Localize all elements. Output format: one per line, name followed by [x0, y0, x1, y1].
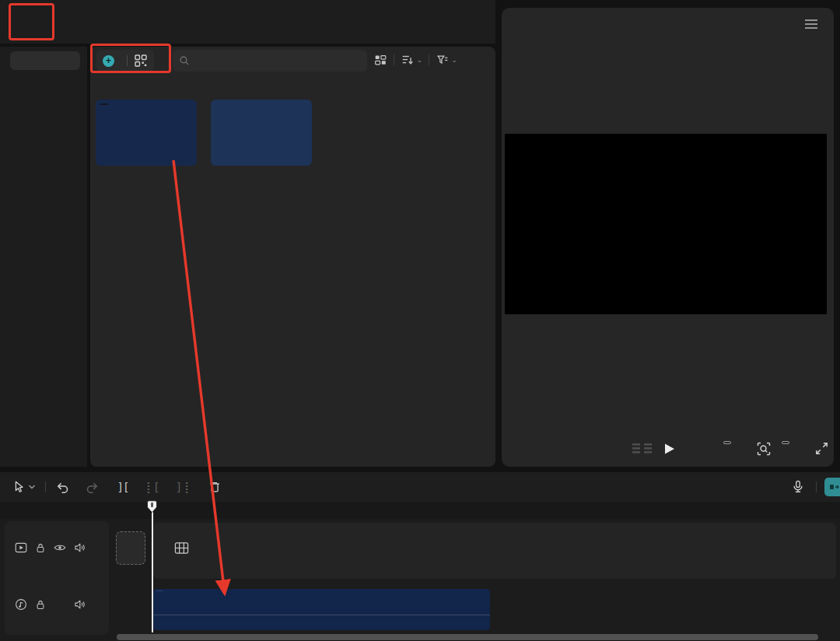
cover-button[interactable]: [116, 531, 145, 565]
speaker-icon[interactable]: [70, 599, 89, 610]
sidebar: [0, 47, 87, 467]
aspect-ratio-button[interactable]: [782, 441, 789, 444]
video-preview[interactable]: [505, 134, 827, 314]
sidebar-item-import[interactable]: [10, 51, 80, 70]
added-badge: [100, 103, 108, 105]
focus-magnifier-icon: [756, 441, 772, 457]
playhead[interactable]: [147, 500, 157, 513]
player-menu-icon[interactable]: [804, 19, 818, 30]
media-card-audio-1[interactable]: [96, 100, 197, 166]
speaker-icon[interactable]: [70, 542, 89, 553]
track-headers: [5, 521, 109, 635]
search-box[interactable]: [173, 50, 367, 72]
sort-icon: [401, 53, 415, 67]
quality-button[interactable]: [723, 441, 731, 444]
timeline-audio-clip[interactable]: [153, 589, 490, 630]
trim-left-button[interactable]: ⡇[: [142, 477, 163, 497]
trim-right-button[interactable]: ]⢸: [172, 477, 192, 497]
timeline-panel: ][ ⡇[ ]⢸: [0, 472, 840, 641]
fullscreen-button[interactable]: [814, 441, 829, 456]
time-ruler[interactable]: [0, 502, 840, 519]
waveform-thumbnail: [211, 100, 312, 166]
video-track-header: [5, 540, 109, 555]
split-view-icon[interactable]: [631, 441, 654, 457]
qr-import-icon[interactable]: [134, 54, 148, 68]
horizontal-scrollbar[interactable]: [117, 634, 818, 640]
video-track-icon: [11, 542, 30, 553]
fullscreen-icon: [814, 441, 829, 456]
filter-button[interactable]: ⌄: [436, 53, 457, 67]
audio-tool-button[interactable]: [824, 478, 840, 496]
plus-icon: +: [103, 55, 114, 67]
media-panel: +: [90, 47, 495, 467]
preview-zoom-button[interactable]: [756, 441, 772, 457]
search-input[interactable]: [194, 55, 358, 66]
top-toolbar: [0, 0, 495, 44]
play-button[interactable]: [661, 441, 677, 457]
chevron-down-icon: [28, 484, 36, 490]
grid-view-icon[interactable]: [373, 53, 387, 67]
undo-button[interactable]: [52, 477, 72, 497]
timeline-toolbar: ][ ⡇[ ]⢸: [0, 472, 840, 502]
lock-icon[interactable]: [30, 542, 50, 554]
video-track[interactable]: [153, 523, 836, 579]
cursor-icon: [12, 480, 26, 494]
delete-button[interactable]: [205, 477, 225, 497]
record-voiceover-button[interactable]: [788, 477, 808, 497]
play-icon: [661, 441, 677, 457]
split-clip-button[interactable]: ][: [113, 477, 133, 497]
view-controls: ⌄ ⌄: [373, 53, 457, 67]
import-button[interactable]: +: [96, 50, 154, 72]
clip-waveform: [153, 601, 490, 629]
visibility-eye-icon[interactable]: [50, 543, 69, 552]
sort-button[interactable]: ⌄: [401, 53, 422, 67]
player-panel: [502, 8, 834, 467]
clip-name-label: [156, 590, 163, 591]
audio-track-header: [5, 597, 109, 612]
media-card-audio-2[interactable]: [211, 100, 312, 166]
filter-icon: [436, 53, 450, 67]
film-icon: [174, 541, 189, 555]
waveform-thumbnail: [96, 100, 197, 166]
redo-button[interactable]: [82, 477, 102, 497]
audio-track-icon: [11, 598, 30, 611]
select-tool-button[interactable]: [8, 477, 39, 497]
chevron-down-icon: ⌄: [452, 57, 457, 64]
chevron-down-icon: ⌄: [417, 57, 422, 64]
playhead-line[interactable]: [152, 502, 153, 632]
capcut-editor-window: +: [0, 0, 840, 641]
lock-icon[interactable]: [30, 599, 50, 611]
search-icon: [179, 55, 190, 66]
